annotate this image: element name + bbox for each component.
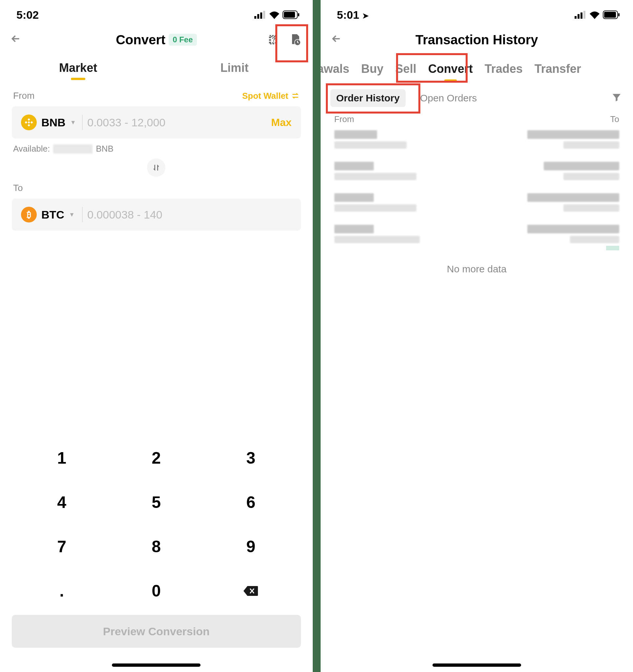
wallet-label: Spot Wallet [242,91,288,101]
key-3[interactable]: 3 [204,436,298,480]
key-9[interactable]: 9 [204,524,298,569]
home-indicator[interactable] [432,664,521,667]
key-2[interactable]: 2 [109,436,204,480]
from-amount-input[interactable]: 0.0033 - 12,000 [87,116,271,129]
status-icons [254,10,300,19]
svg-text:?: ? [272,36,276,43]
svg-rect-5 [284,12,295,18]
tab-trades[interactable]: Trades [485,62,523,82]
history-icon[interactable] [288,32,303,47]
history-tabs[interactable]: awals Buy Sell Convert Trades Transfer [321,56,624,85]
svg-rect-3 [263,11,265,19]
tab-withdrawals[interactable]: awals [321,62,350,82]
from-col: From [334,114,354,124]
page-title: Transaction History [416,32,538,47]
wifi-icon [589,10,600,19]
svg-rect-0 [254,16,256,19]
key-6[interactable]: 6 [204,480,298,524]
status-icons [575,10,620,19]
wallet-selector[interactable]: Spot Wallet [242,91,300,101]
to-amount-input[interactable]: 0.000038 - 140 [87,208,292,221]
back-button[interactable] [10,31,22,48]
key-4[interactable]: 4 [15,480,109,524]
signal-icon [254,11,266,19]
available-unit: BNB [96,144,113,154]
status-time: 5:01 [337,8,359,21]
tab-convert[interactable]: Convert [428,62,473,82]
home-indicator[interactable] [112,664,201,667]
history-list: No more data [321,130,633,274]
key-0[interactable]: 0 [109,569,204,613]
available-row: Available: BNB [0,140,313,154]
page-title: Convert [116,32,165,47]
svg-rect-1 [257,14,259,19]
status-bar: 5:02 [0,0,313,26]
from-coin-name: BNB [41,116,66,129]
to-coin-select[interactable]: ₿ BTC ▼ [21,207,80,222]
input-divider [82,207,83,222]
svg-rect-13 [583,11,585,19]
svg-rect-11 [578,14,580,19]
list-item[interactable] [334,162,619,180]
tab-sell[interactable]: Sell [395,62,417,82]
fee-badge: 0 Fee [169,34,196,46]
svg-rect-16 [618,13,619,17]
header: Transaction History [321,26,633,56]
to-input-box: ₿ BTC ▼ 0.000038 - 140 [12,198,301,231]
chevron-down-icon: ▼ [70,119,76,126]
subtab-order-history[interactable]: Order History [330,89,405,107]
subtabs: Order History Open Orders [321,85,633,110]
battery-icon [603,10,620,19]
convert-tabs: Market Limit [0,56,313,82]
chevron-down-icon: ▼ [69,211,75,218]
to-col: To [610,114,619,124]
help-icon[interactable]: ? [266,32,281,47]
transaction-history-screen: 5:01 ➤ Transaction History awals Buy Sel… [321,0,633,672]
to-label: To [13,183,23,193]
battery-icon [283,10,300,19]
tab-market[interactable]: Market [0,58,156,82]
status-time: 5:02 [17,8,39,21]
svg-rect-2 [260,13,262,19]
subtab-open-orders[interactable]: Open Orders [414,89,483,107]
header: Convert 0 Fee ? [0,26,313,56]
max-button[interactable]: Max [271,117,291,129]
from-label: From [13,91,34,101]
tab-limit[interactable]: Limit [156,58,312,82]
input-divider [82,115,83,130]
key-backspace[interactable] [204,569,298,613]
key-7[interactable]: 7 [15,524,109,569]
key-5[interactable]: 5 [109,480,204,524]
preview-conversion-button[interactable]: Preview Conversion [12,615,301,648]
status-bar: 5:01 ➤ [321,0,633,26]
filter-icon[interactable] [611,92,623,104]
tab-buy[interactable]: Buy [361,62,383,82]
keypad: 1 2 3 4 5 6 7 8 9 . 0 [0,436,313,613]
svg-rect-12 [581,13,583,19]
columns-header: From To [321,110,633,130]
tab-transfer[interactable]: Transfer [535,62,581,82]
key-1[interactable]: 1 [15,436,109,480]
to-coin-name: BTC [41,208,64,221]
key-dot[interactable]: . [15,569,109,613]
bnb-icon [21,115,37,130]
svg-rect-6 [298,13,299,17]
list-item[interactable] [334,130,619,149]
back-button[interactable] [330,31,342,48]
svg-rect-10 [575,16,577,19]
list-item[interactable] [334,193,619,212]
from-coin-select[interactable]: BNB ▼ [21,115,80,130]
from-input-box: BNB ▼ 0.0033 - 12,000 Max [12,106,301,139]
location-icon: ➤ [362,11,369,21]
wifi-icon [269,10,280,19]
svg-rect-15 [604,12,616,18]
swap-button[interactable] [147,159,165,177]
list-item[interactable] [334,225,619,250]
available-amount-redacted [53,144,93,153]
swap-wallet-icon [291,92,300,99]
status-time-group: 5:01 ➤ [337,8,370,21]
key-8[interactable]: 8 [109,524,204,569]
screen-divider [313,0,321,672]
convert-screen: 5:02 Convert 0 Fee ? Market Limit From [0,0,313,672]
no-more-data: No more data [334,263,619,274]
